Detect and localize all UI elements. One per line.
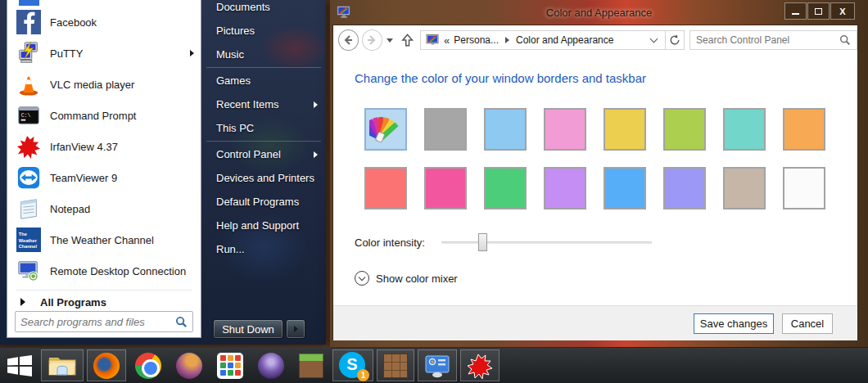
start-menu-item-putty[interactable]: PuTTY [7,38,201,69]
recent-pages-dropdown-icon[interactable] [387,38,393,43]
refresh-icon [669,34,680,46]
shut-down-button[interactable]: Shut Down [213,319,283,339]
start-menu-item-run[interactable]: Run... [201,237,326,261]
divider [206,67,321,68]
places-label: Devices and Printers [216,172,318,184]
start-menu-item-games[interactable]: Games [201,69,326,92]
taskbar-item-display-settings[interactable] [418,349,457,381]
start-menu-item-command-prompt[interactable]: C:\ Command Prompt [7,100,201,131]
color-intensity-slider[interactable] [441,232,652,253]
start-menu-item-recent-items[interactable]: Recent Items [201,92,326,116]
address-location-icon [426,34,440,47]
forward-button[interactable] [362,29,382,51]
swatch-green-yellow[interactable] [663,108,706,151]
grid-dot [235,363,241,368]
taskbar-item-app-grid[interactable] [211,349,249,381]
close-icon: X [839,7,845,16]
breadcrumb-overflow[interactable]: « [444,34,450,47]
swatch-row-2 [364,167,843,210]
start-menu-item-devices-printers[interactable]: Devices and Printers [201,166,326,190]
start-button[interactable] [2,348,38,383]
swatch-yellow[interactable] [604,108,646,151]
maximize-button[interactable] [807,2,830,20]
expander-icon[interactable] [355,271,369,286]
address-bar[interactable]: « Persona... Color and Appearance [420,30,666,50]
swatch-tan[interactable] [723,167,766,210]
start-menu-item-music[interactable]: Music [201,43,326,66]
shut-down-options-button[interactable] [286,319,305,339]
swatch-automatic[interactable] [364,108,407,151]
control-panel-search-input[interactable] [696,34,839,46]
svg-text:Weather: Weather [19,238,38,243]
close-button[interactable]: X [830,2,855,20]
taskbar-item-skype[interactable]: S 1 [332,349,373,381]
submenu-arrow-icon [190,50,194,56]
minimize-button[interactable] [784,2,807,20]
start-menu-program-list: Facebook PuTTY VLC media player C:\ [7,7,201,286]
taskbar-item-irfanview[interactable] [460,349,500,381]
taskbar-item-firefox[interactable] [87,349,126,381]
up-button[interactable] [401,33,414,47]
breadcrumb-current[interactable]: Color and Appearance [516,34,613,46]
swatch-pink[interactable] [544,108,586,151]
all-programs-item[interactable]: All Programs [7,291,201,313]
start-menu-item-control-panel[interactable]: Control Panel [201,142,326,166]
show-color-mixer[interactable]: Show color mixer [355,271,458,286]
swatch-gray[interactable] [424,108,467,151]
taskbar-item-minecraft[interactable] [293,349,329,381]
page-title: Change the color of your window borders … [355,71,646,85]
start-menu-item-this-pc[interactable]: This PC [201,116,326,140]
control-panel-search-box[interactable] [689,30,857,50]
search-icon [839,34,851,46]
start-menu-item-remote-desktop[interactable]: Remote Desktop Connection [7,255,201,286]
taskbar-item-pale-moon[interactable] [170,349,208,381]
taskbar-item-crafting-table[interactable] [377,349,414,381]
color-intensity-label: Color intensity: [355,237,441,249]
swatch-teal[interactable] [723,108,766,151]
places-label: Control Panel [216,148,314,160]
start-menu-item-weather-channel[interactable]: TheWeatherChannel The Weather Channel [7,224,201,255]
svg-text:The: The [19,232,27,237]
breadcrumb-parent[interactable]: Persona... [454,34,499,46]
slider-track[interactable] [441,241,652,244]
swatch-salmon[interactable] [364,167,407,210]
save-changes-button[interactable]: Save changes [694,313,774,334]
refresh-button[interactable] [666,30,685,50]
start-menu-item-facebook[interactable]: Facebook [7,7,201,38]
start-menu-item-label: PuTTY [50,47,190,60]
start-menu-item-label: Facebook [50,16,194,29]
start-menu-item-documents[interactable]: Documents [201,0,326,19]
navigation-toolbar: « Persona... Color and Appearance [333,27,857,53]
start-search-box[interactable] [15,311,193,332]
cancel-button[interactable]: Cancel [782,313,833,334]
start-search-input[interactable] [20,316,175,328]
windows-logo-icon [7,355,32,376]
irfanview-icon [467,353,493,379]
divider [16,290,192,291]
breadcrumb-separator-icon[interactable] [505,37,509,43]
start-menu-item-vlc[interactable]: VLC media player [7,69,201,100]
start-menu-item-pictures[interactable]: Pictures [201,19,326,43]
places-label: Recent Items [216,98,314,110]
skype-icon-wrap: S 1 [339,352,367,380]
start-menu-item-default-programs[interactable]: Default Programs [201,190,326,214]
start-menu-item-teamviewer[interactable]: TeamViewer 9 [7,162,201,193]
taskbar-item-file-explorer[interactable] [41,349,84,381]
swatch-orange[interactable] [783,108,825,151]
swatch-white[interactable] [783,167,825,210]
swatch-periwinkle[interactable] [663,167,706,210]
address-dropdown-icon[interactable] [650,35,658,43]
taskbar-item-eclipse[interactable] [252,349,290,381]
grid-dot [235,370,241,376]
slider-thumb[interactable] [478,233,487,251]
swatch-blue[interactable] [604,167,646,210]
taskbar-item-chrome[interactable] [129,349,167,381]
back-button[interactable] [338,29,359,51]
swatch-green[interactable] [484,167,527,210]
start-menu-item-help-support[interactable]: Help and Support [201,214,326,237]
start-menu-item-notepad[interactable]: Notepad [7,193,201,224]
swatch-light-blue[interactable] [484,108,527,151]
start-menu-item-irfanview[interactable]: IrfanView 4.37 [7,131,201,162]
swatch-magenta[interactable] [424,167,467,210]
swatch-light-purple[interactable] [544,167,586,210]
